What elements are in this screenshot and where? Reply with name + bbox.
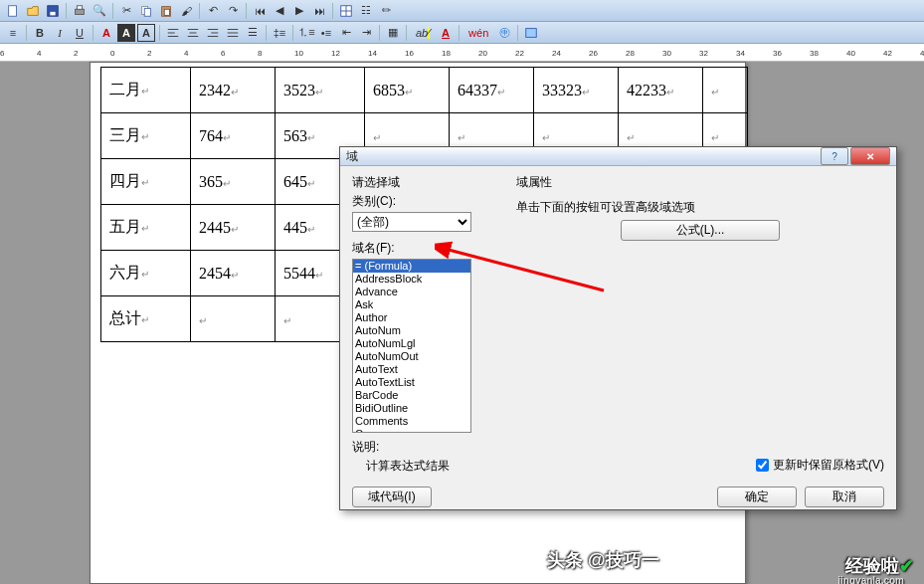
headline-watermark: 头条 @技巧一	[547, 548, 659, 572]
paste-icon[interactable]	[157, 2, 175, 20]
field-list-item[interactable]: = (Formula)	[353, 260, 470, 273]
font-color-icon[interactable]: A	[97, 24, 115, 42]
category-label: 类别(C):	[352, 193, 496, 210]
toolbar-formatting: ≡ B I U A A A ☰ ‡≡ ⒈≡ •≡ ⇤ ⇥ ▦ ab⁄ A wén…	[0, 22, 924, 44]
description-label: 说明:	[352, 439, 496, 456]
underline-button[interactable]: U	[71, 24, 89, 42]
field-dialog: 域 ? ✕ 请选择域 类别(C): (全部) 域名(F): = (Formula…	[339, 146, 897, 510]
nav-last-icon[interactable]: ⏭	[310, 2, 328, 20]
line-spacing-icon[interactable]: ‡≡	[271, 24, 288, 42]
char-border-icon[interactable]: A	[137, 24, 155, 42]
formula-button[interactable]: 公式(L)...	[621, 220, 780, 241]
description-value: 计算表达式结果	[352, 458, 496, 475]
dialog-title: 域	[346, 148, 819, 165]
nav-first-icon[interactable]: ⏮	[251, 2, 269, 20]
undo-icon[interactable]: ↶	[204, 2, 222, 20]
horizontal-ruler[interactable]: 6420246810121416182022242628303234363840…	[0, 44, 924, 62]
highlight-icon[interactable]: ab⁄	[411, 24, 435, 42]
print-icon[interactable]	[71, 2, 89, 20]
svg-rect-0	[9, 5, 17, 16]
field-list-item[interactable]: BarCode	[353, 389, 470, 402]
open-icon[interactable]	[24, 2, 42, 20]
reading-icon[interactable]	[522, 24, 540, 42]
char-shading-icon[interactable]: A	[117, 24, 135, 42]
columns-icon[interactable]: ☷	[357, 2, 375, 20]
dialog-titlebar[interactable]: 域 ? ✕	[340, 147, 896, 166]
cancel-button[interactable]: 取消	[805, 487, 884, 507]
brand-watermark: 经验啦✔ jingyanla.com	[845, 554, 914, 578]
align-distribute-icon[interactable]: ☰	[244, 24, 262, 42]
font-color2-icon[interactable]: A	[437, 24, 455, 42]
field-list-item[interactable]: Author	[353, 311, 470, 324]
numbering-icon[interactable]: ⒈≡	[297, 24, 315, 42]
toolbar-standard: 🔍 ✂ 🖌 ↶ ↷ ⏮ ◀ ▶ ⏭ ☷ ✏	[0, 0, 924, 22]
table-row[interactable]: 二月↵2342↵3523↵6853↵64337↵33323↵42233↵↵	[101, 68, 748, 113]
field-list-item[interactable]: AutoNumOut	[353, 350, 470, 363]
fieldname-label: 域名(F):	[352, 240, 496, 257]
field-list-item[interactable]: BidiOutline	[353, 402, 470, 415]
field-listbox[interactable]: = (Formula)AddressBlockAdvanceAskAuthorA…	[352, 259, 471, 433]
phonetic-icon[interactable]: wén	[463, 24, 493, 42]
field-list-item[interactable]: AddressBlock	[353, 273, 470, 286]
align-left-icon[interactable]	[164, 24, 182, 42]
category-select[interactable]: (全部)	[352, 212, 471, 232]
svg-rect-8	[164, 9, 169, 15]
field-list-item[interactable]: AutoNumLgl	[353, 337, 470, 350]
cut-icon[interactable]: ✂	[117, 2, 135, 20]
field-list-item[interactable]: AutoText	[353, 363, 470, 376]
copy-icon[interactable]	[137, 2, 155, 20]
svg-rect-4	[77, 5, 82, 9]
help-button[interactable]: ?	[821, 147, 848, 165]
decrease-indent-icon[interactable]: ⇤	[337, 24, 355, 42]
redo-icon[interactable]: ↷	[224, 2, 242, 20]
bold-button[interactable]: B	[31, 24, 49, 42]
select-field-label: 请选择域	[352, 174, 496, 191]
bullets-icon[interactable]: •≡	[317, 24, 335, 42]
nav-prev-icon[interactable]: ◀	[271, 2, 288, 20]
preview-icon[interactable]: 🔍	[91, 2, 108, 20]
align-center-icon[interactable]	[184, 24, 202, 42]
field-list-item[interactable]: AutoTextList	[353, 376, 470, 389]
ok-button[interactable]: 确定	[717, 487, 797, 507]
table-icon[interactable]	[337, 2, 355, 20]
close-button[interactable]: ✕	[850, 147, 890, 165]
svg-rect-3	[76, 9, 85, 14]
field-props-hint: 单击下面的按钮可设置高级域选项	[516, 199, 884, 216]
field-list-item[interactable]: AutoNum	[353, 324, 470, 337]
align-justify-icon[interactable]	[224, 24, 242, 42]
preserve-format-checkbox[interactable]: 更新时保留原格式(V)	[756, 457, 884, 474]
svg-rect-6	[144, 8, 150, 16]
field-list-item[interactable]: Advance	[353, 286, 470, 298]
preserve-format-input[interactable]	[756, 459, 769, 472]
align-right-icon[interactable]	[204, 24, 222, 42]
enclose-icon[interactable]: ㊥	[495, 24, 513, 42]
save-icon[interactable]	[44, 2, 62, 20]
field-code-button[interactable]: 域代码(I)	[352, 487, 432, 507]
style-icon[interactable]: ≡	[4, 24, 22, 42]
svg-rect-2	[50, 11, 55, 15]
increase-indent-icon[interactable]: ⇥	[357, 24, 375, 42]
nav-next-icon[interactable]: ▶	[290, 2, 308, 20]
italic-button[interactable]: I	[51, 24, 69, 42]
drawing-icon[interactable]: ✏	[377, 2, 395, 20]
svg-rect-24	[526, 28, 537, 37]
format-painter-icon[interactable]: 🖌	[177, 2, 195, 20]
new-icon[interactable]	[4, 2, 22, 20]
field-list-item[interactable]: Comments	[353, 415, 470, 428]
field-list-item[interactable]: Ask	[353, 298, 470, 311]
borders-icon[interactable]: ▦	[384, 24, 402, 42]
field-props-label: 域属性	[516, 174, 884, 191]
